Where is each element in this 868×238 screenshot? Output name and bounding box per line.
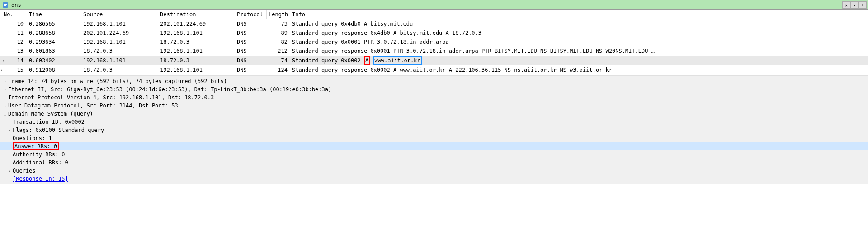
cell-source: 192.168.1.101	[81, 20, 158, 28]
detail-ethernet[interactable]: › Ethernet II, Src: Giga-Byt_6e:23:53 (0…	[0, 85, 868, 93]
cell-protocol: DNS	[235, 66, 267, 74]
cell-source: 18.72.0.3	[81, 47, 158, 55]
cell-no: 10	[0, 20, 27, 28]
detail-authority-rrs[interactable]: Authority RRs: 0	[0, 150, 868, 159]
detail-dns[interactable]: ⌄ Domain Name System (query)	[0, 110, 868, 118]
cell-no: 12	[0, 38, 27, 46]
packet-row[interactable]: 130.60186318.72.0.3192.168.1.101DNS212St…	[0, 47, 868, 56]
cell-source: 192.168.1.101	[81, 38, 158, 46]
detail-flags-text: Flags: 0x0100 Standard query	[13, 127, 104, 133]
cell-protocol: DNS	[235, 47, 267, 55]
detail-answers-text: Answer RRs: 0	[13, 142, 59, 150]
packet-row[interactable]: 100.286565192.168.1.101202.101.224.69DNS…	[0, 19, 868, 28]
detail-answer-rrs[interactable]: Answer RRs: 0	[0, 142, 868, 150]
detail-questions[interactable]: Questions: 1	[0, 134, 868, 142]
detail-authority-text: Authority RRs: 0	[13, 151, 65, 158]
svg-rect-0	[3, 2, 8, 8]
detail-questions-text: Questions: 1	[13, 135, 52, 141]
filter-dropdown-button[interactable]: ▾	[850, 1, 859, 9]
cell-length: 73	[267, 20, 289, 28]
detail-additional-rrs[interactable]: Additional RRs: 0	[0, 159, 868, 167]
cell-destination: 192.168.1.101	[158, 29, 235, 37]
cell-info: Standard query 0x0002 A www.aiit.or.kr	[289, 56, 868, 65]
cell-length: 82	[267, 38, 289, 46]
cell-protocol: DNS	[235, 56, 267, 65]
detail-queries-text: Queries	[13, 168, 36, 174]
detail-ip-text: Internet Protocol Version 4, Src: 192.16…	[8, 94, 214, 101]
expand-icon[interactable]: ›	[2, 79, 8, 84]
highlight-record-type: A	[364, 56, 370, 65]
cell-no: 11	[0, 29, 27, 37]
cell-length: 74	[267, 56, 289, 65]
detail-queries[interactable]: › Queries	[0, 167, 868, 175]
packet-row[interactable]: ⇠150.91200818.72.0.3192.168.1.101DNS124S…	[0, 65, 868, 75]
cell-length: 212	[267, 47, 289, 55]
packet-details-pane: › Frame 14: 74 bytes on wire (592 bits),…	[0, 76, 868, 184]
expand-icon[interactable]: ›	[2, 103, 8, 108]
cell-protocol: DNS	[235, 20, 267, 28]
col-header-protocol[interactable]: Protocol	[235, 10, 267, 19]
cell-no: 13	[0, 47, 27, 55]
expand-icon[interactable]: ⌄	[2, 112, 8, 117]
detail-dns-text: Domain Name System (query)	[8, 111, 93, 117]
expand-icon[interactable]: ›	[2, 95, 8, 100]
detail-udp-text: User Datagram Protocol, Src Port: 3144, …	[8, 103, 178, 109]
cell-time: 0.912008	[27, 66, 81, 74]
cell-destination: 192.168.1.101	[158, 66, 235, 74]
filter-badge-icon	[2, 1, 9, 9]
cell-time: 0.601863	[27, 47, 81, 55]
add-filter-button[interactable]: +	[859, 1, 867, 9]
display-filter-input[interactable]	[10, 1, 842, 9]
cell-source: 202.101.224.69	[81, 29, 158, 37]
detail-frame-text: Frame 14: 74 bytes on wire (592 bits), 7…	[8, 78, 227, 84]
cell-info: Standard query response 0x4db0 A bitsy.m…	[289, 29, 868, 37]
cell-time: 0.603402	[27, 56, 81, 65]
cell-no: ⇢14	[0, 56, 27, 65]
cell-length: 124	[267, 66, 289, 74]
detail-frame[interactable]: › Frame 14: 74 bytes on wire (592 bits),…	[0, 77, 868, 85]
cell-info: Standard query 0x4db0 A bitsy.mit.edu	[289, 20, 868, 28]
clear-filter-button[interactable]: ✕	[842, 1, 850, 9]
expand-icon[interactable]: ›	[2, 87, 8, 92]
cell-protocol: DNS	[235, 29, 267, 37]
packet-list-header: No. Time Source Destination Protocol Len…	[0, 10, 868, 19]
detail-flags[interactable]: › Flags: 0x0100 Standard query	[0, 126, 868, 134]
cell-info: Standard query response 0x0002 A www.aii…	[289, 66, 868, 74]
col-header-no[interactable]: No.	[0, 10, 27, 19]
detail-additional-text: Additional RRs: 0	[13, 159, 68, 166]
cell-destination: 202.101.224.69	[158, 20, 235, 28]
detail-txid-text: Transaction ID: 0x0002	[13, 119, 85, 125]
cell-source: 18.72.0.3	[81, 66, 158, 74]
packet-row[interactable]: ⇢140.603402192.168.1.10118.72.0.3DNS74St…	[0, 56, 868, 65]
detail-response-in[interactable]: [Response In: 15]	[0, 175, 868, 183]
expand-icon[interactable]: ›	[6, 128, 13, 133]
expand-icon[interactable]: ›	[6, 168, 13, 173]
highlight-query-name: www.aiit.or.kr	[373, 56, 421, 65]
col-header-info[interactable]: Info	[289, 10, 868, 19]
display-filter-bar: ✕ ▾ +	[0, 0, 868, 10]
col-header-length[interactable]: Length	[267, 10, 289, 19]
col-header-source[interactable]: Source	[81, 10, 158, 19]
col-header-destination[interactable]: Destination	[158, 10, 235, 19]
cell-length: 89	[267, 29, 289, 37]
detail-response-in-link[interactable]: [Response In: 15]	[13, 176, 68, 182]
cell-destination: 18.72.0.3	[158, 56, 235, 65]
cell-protocol: DNS	[235, 38, 267, 46]
detail-ip[interactable]: › Internet Protocol Version 4, Src: 192.…	[0, 93, 868, 102]
detail-eth-text: Ethernet II, Src: Giga-Byt_6e:23:53 (00:…	[8, 86, 331, 93]
cell-time: 0.293634	[27, 38, 81, 46]
packet-list: No. Time Source Destination Protocol Len…	[0, 10, 868, 75]
svg-rect-1	[4, 4, 7, 5]
packet-row[interactable]: 110.288658202.101.224.69192.168.1.101DNS…	[0, 28, 868, 37]
packet-row[interactable]: 120.293634192.168.1.10118.72.0.3DNS82Sta…	[0, 37, 868, 47]
svg-rect-2	[4, 5, 6, 6]
cell-time: 0.286565	[27, 20, 81, 28]
cell-destination: 192.168.1.101	[158, 47, 235, 55]
cell-info: Standard query response 0x0001 PTR 3.0.7…	[289, 47, 868, 55]
cell-info: Standard query 0x0001 PTR 3.0.72.18.in-a…	[289, 38, 868, 46]
detail-udp[interactable]: › User Datagram Protocol, Src Port: 3144…	[0, 102, 868, 110]
col-header-time[interactable]: Time	[27, 10, 81, 19]
detail-transaction-id[interactable]: Transaction ID: 0x0002	[0, 118, 868, 126]
cell-time: 0.288658	[27, 29, 81, 37]
cell-destination: 18.72.0.3	[158, 38, 235, 46]
